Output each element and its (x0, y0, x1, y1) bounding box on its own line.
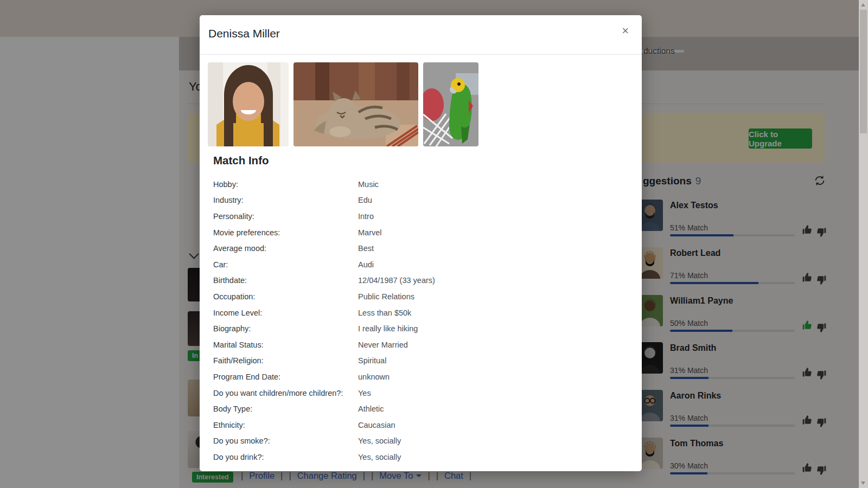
match-info-label: Body Type: (213, 404, 358, 413)
match-info-row: Ethnicity: Caucasian (213, 417, 626, 433)
match-info-row: Occupation: Public Relations (213, 288, 626, 305)
match-info-value: Athletic (358, 404, 384, 413)
match-info-label: Faith/Religion: (213, 356, 358, 365)
modal-header: Denissa Miller × (200, 15, 642, 55)
match-info-value: Best (358, 244, 374, 253)
match-info-label: Do you drink?: (213, 453, 358, 461)
match-info-label: Movie preferences: (213, 228, 358, 237)
match-info-value: Audi (358, 260, 374, 269)
match-info-row: Industry: Edu (213, 192, 626, 209)
match-info-label: Car: (213, 260, 358, 269)
match-info-value: I really like hiking (358, 324, 418, 333)
match-info-label: Do you want children/more children?: (213, 389, 358, 397)
modal-title: Denissa Miller (208, 27, 280, 40)
match-info-label: Biography: (213, 324, 358, 333)
match-info-row: Biography: I really like hiking (213, 320, 626, 337)
scroll-up-icon[interactable] (861, 3, 865, 7)
match-info-value: Less than $50k (358, 309, 411, 317)
match-info-value: Music (358, 180, 379, 189)
match-info-row: Personality: Intro (213, 208, 626, 224)
match-info-label: Average mood: (213, 244, 358, 253)
match-info-row: Program End Date: unknown (213, 369, 626, 385)
match-info-label: Income Level: (213, 309, 358, 317)
match-info-row: Do you smoke?: Yes, socially (213, 433, 626, 450)
match-info-value: 12/04/1987 (33 years) (358, 276, 435, 285)
match-info-row: Marital Status: Never Married (213, 337, 626, 353)
match-info-row: Average mood: Best (213, 240, 626, 256)
match-info-row: Body Type: Athletic (213, 401, 626, 417)
profile-modal: Denissa Miller × (200, 15, 642, 471)
match-info-row: Hobby: Music (213, 176, 626, 192)
match-info-label: Personality: (213, 212, 358, 221)
match-info-label: Hobby: (213, 180, 358, 189)
match-info-label: Occupation: (213, 292, 358, 301)
match-info-value: Yes (358, 389, 371, 397)
match-info-value: Edu (358, 196, 372, 204)
match-info-label: Program End Date: (213, 373, 358, 381)
scroll-down-icon[interactable] (861, 481, 865, 485)
match-info-row: Do you want children/more children?: Yes (213, 385, 626, 401)
match-info-value: Yes, socially (358, 453, 401, 461)
photo-cat[interactable] (293, 62, 418, 146)
match-info-title: Match Info (213, 154, 269, 167)
match-info-value: unknown (358, 373, 390, 381)
scrollbar-thumb[interactable] (860, 10, 867, 133)
match-info-row: Movie preferences: Marvel (213, 224, 626, 241)
close-icon[interactable]: × (622, 25, 629, 37)
match-info-value: Spiritual (358, 356, 386, 365)
photo-gallery (208, 62, 478, 146)
match-info-label: Birthdate: (213, 276, 358, 285)
match-info-row: Car: Audi (213, 256, 626, 273)
match-info-list: Hobby: Music Industry: Edu Personality: … (213, 176, 626, 465)
match-info-value: Marvel (358, 228, 382, 237)
match-info-value: Yes, socially (358, 436, 401, 445)
match-info-row: Faith/Religion: Spiritual (213, 353, 626, 369)
match-info-label: Do you smoke?: (213, 436, 358, 445)
match-info-label: Ethnicity: (213, 421, 358, 429)
match-info-row: Do you drink?: Yes, socially (213, 449, 626, 465)
photo-parrot[interactable] (423, 62, 478, 146)
match-info-value: Public Relations (358, 292, 414, 301)
page-scrollbar[interactable] (859, 0, 868, 488)
match-info-value: Intro (358, 212, 374, 221)
match-info-row: Income Level: Less than $50k (213, 305, 626, 321)
match-info-value: Caucasian (358, 421, 395, 429)
photo-portrait[interactable] (208, 62, 289, 146)
match-info-row: Birthdate: 12/04/1987 (33 years) (213, 273, 626, 289)
match-info-label: Industry: (213, 196, 358, 204)
match-info-label: Marital Status: (213, 341, 358, 349)
match-info-value: Never Married (358, 341, 408, 349)
